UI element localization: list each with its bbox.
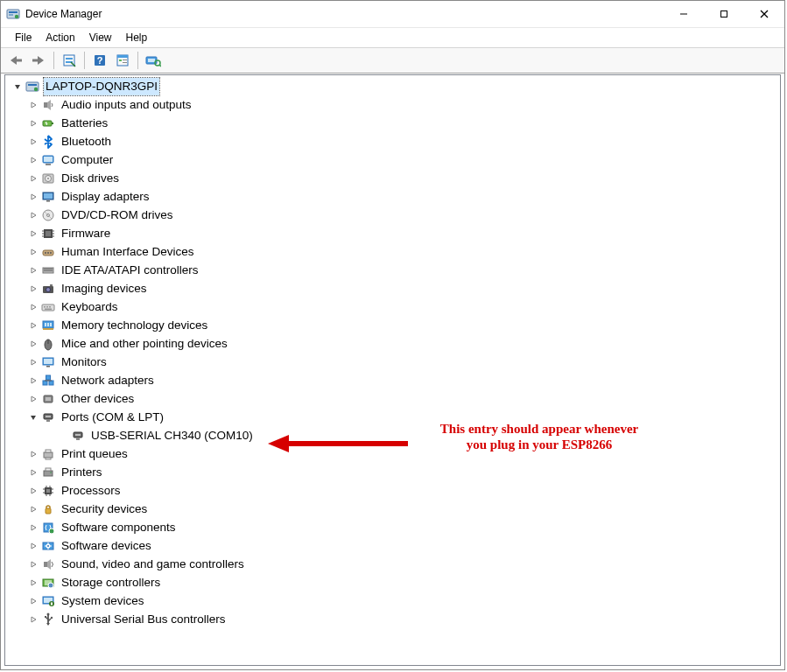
tree-category[interactable]: Sound, video and game controllers	[9, 555, 780, 573]
svg-rect-74	[46, 366, 50, 368]
tree-category[interactable]: Imaging devices	[9, 279, 780, 298]
toolbar-scan-button[interactable]	[143, 50, 164, 71]
caret-right-icon[interactable]	[26, 245, 40, 259]
tree-category[interactable]: Keyboards	[9, 298, 780, 316]
bluetooth-icon	[40, 134, 56, 150]
caret-right-icon[interactable]	[26, 135, 40, 149]
tree-label: Network adapters	[60, 372, 156, 389]
svg-text:?: ?	[97, 55, 103, 66]
tree-category[interactable]: Human Interface Devices	[9, 242, 780, 261]
caret-right-icon[interactable]	[26, 355, 40, 369]
caret-right-icon[interactable]	[26, 484, 40, 498]
tree-category[interactable]: Batteries	[9, 114, 780, 132]
device-tree: LAPTOP-DQNR3GPIAudio inputs and outputsB…	[5, 75, 780, 630]
caret-right-icon[interactable]	[26, 374, 40, 388]
tree-label: Universal Serial Bus controllers	[60, 611, 228, 628]
hid-icon	[40, 244, 56, 260]
cpu-icon	[40, 483, 56, 499]
caret-right-icon[interactable]	[26, 576, 40, 590]
tree-category[interactable]: Processors	[9, 481, 780, 500]
caret-right-icon[interactable]	[26, 539, 40, 553]
tree-category[interactable]: Firmware	[9, 224, 780, 242]
tree-category[interactable]: Computer	[9, 150, 780, 169]
tree-category[interactable]: Memory technology devices	[9, 316, 780, 334]
svg-rect-75	[43, 381, 47, 385]
caret-right-icon[interactable]	[26, 227, 40, 241]
caret-right-icon[interactable]	[26, 282, 40, 296]
svg-point-106	[49, 528, 54, 534]
tree-category[interactable]: Printers	[9, 463, 780, 481]
caret-right-icon[interactable]	[26, 594, 40, 608]
caret-down-icon[interactable]	[11, 80, 25, 94]
caret-right-icon[interactable]	[26, 300, 40, 314]
menu-help[interactable]: Help	[119, 30, 155, 46]
tree-category[interactable]: Software components	[9, 518, 780, 536]
computer-icon	[40, 152, 56, 168]
keyboard-icon	[40, 299, 56, 315]
tree-category[interactable]: Security devices	[9, 500, 780, 518]
tree-category[interactable]: Bluetooth	[9, 132, 780, 150]
svg-rect-61	[44, 306, 46, 308]
toolbar-forward-button[interactable]	[28, 50, 49, 71]
tree-category[interactable]: Print queues	[9, 444, 780, 463]
caret-right-icon[interactable]	[26, 557, 40, 571]
menu-view[interactable]: View	[82, 30, 119, 46]
close-button[interactable]	[744, 1, 784, 27]
menu-action[interactable]: Action	[39, 30, 81, 46]
memory-icon	[40, 318, 56, 333]
svg-rect-68	[50, 323, 52, 326]
caret-right-icon[interactable]	[26, 98, 40, 112]
svg-rect-89	[46, 450, 51, 452]
minimize-button[interactable]	[664, 1, 704, 27]
maximize-button[interactable]	[704, 1, 744, 27]
tree-category[interactable]: Audio inputs and outputs	[9, 95, 780, 114]
caret-right-icon[interactable]	[26, 172, 40, 186]
toolbar-back-button[interactable]	[5, 50, 26, 71]
tree-category[interactable]: Network adapters	[9, 371, 780, 389]
caret-right-icon[interactable]	[26, 612, 40, 626]
tree-root[interactable]: LAPTOP-DQNR3GPI	[9, 77, 780, 95]
caret-right-icon[interactable]	[26, 466, 40, 480]
battery-icon	[40, 116, 56, 131]
tree-category[interactable]: Ports (COM & LPT)	[9, 408, 780, 426]
svg-point-51	[45, 252, 46, 254]
caret-right-icon[interactable]	[26, 153, 40, 167]
toolbar-show-hidden-button[interactable]	[59, 50, 80, 71]
tree-category[interactable]: Universal Serial Bus controllers	[9, 610, 780, 628]
imaging-icon	[40, 281, 56, 297]
caret-right-icon[interactable]	[26, 502, 40, 516]
caret-right-icon[interactable]	[26, 208, 40, 222]
tree-category[interactable]: Display adapters	[9, 187, 780, 206]
port-icon	[40, 410, 56, 425]
caret-right-icon[interactable]	[26, 263, 40, 277]
tree-category[interactable]: Monitors	[9, 353, 780, 371]
tree-category[interactable]: Other devices	[9, 389, 780, 408]
device-tree-panel[interactable]: LAPTOP-DQNR3GPIAudio inputs and outputsB…	[4, 74, 781, 666]
tree-category[interactable]: Software devices	[9, 536, 780, 555]
toolbar-help-button[interactable]: ?	[89, 50, 110, 71]
tree-category[interactable]: Disk drives	[9, 169, 780, 187]
svg-rect-64	[45, 308, 52, 310]
caret-right-icon[interactable]	[26, 337, 40, 351]
caret-right-icon[interactable]	[26, 190, 40, 204]
tree-category[interactable]: Storage controllers	[9, 573, 780, 592]
caret-right-icon[interactable]	[26, 521, 40, 535]
toolbar-properties-button[interactable]	[112, 50, 133, 71]
menu-file[interactable]: File	[8, 30, 39, 46]
tree-category[interactable]: DVD/CD-ROM drives	[9, 206, 780, 224]
caret-right-icon[interactable]	[26, 318, 40, 332]
svg-rect-118	[45, 616, 46, 618]
svg-rect-76	[49, 381, 53, 385]
network-icon	[40, 373, 56, 388]
svg-point-117	[47, 612, 50, 615]
caret-right-icon[interactable]	[26, 392, 40, 406]
disk-icon	[40, 171, 56, 186]
tree-label: Display adapters	[60, 188, 151, 206]
caret-down-icon[interactable]	[26, 410, 40, 424]
caret-right-icon[interactable]	[26, 447, 40, 461]
tree-device[interactable]: USB-SERIAL CH340 (COM10)	[9, 426, 780, 444]
tree-category[interactable]: System devices	[9, 592, 780, 610]
tree-category[interactable]: Mice and other pointing devices	[9, 334, 780, 353]
tree-category[interactable]: IDE ATA/ATAPI controllers	[9, 261, 780, 279]
caret-right-icon[interactable]	[26, 116, 40, 130]
